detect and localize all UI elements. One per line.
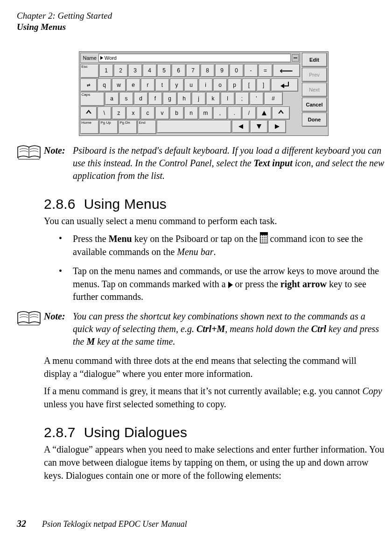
section-label: Using Menus: [17, 21, 390, 33]
list-item: Press the Menu key on the Psiboard or ta…: [59, 232, 390, 258]
key[interactable]: 4: [143, 64, 157, 77]
key[interactable]: \: [98, 106, 112, 120]
key-end[interactable]: End: [138, 120, 156, 134]
key[interactable]: n: [184, 106, 198, 120]
key[interactable]: g: [163, 92, 177, 105]
arrow-left-icon: [238, 124, 243, 129]
key[interactable]: [: [242, 78, 256, 92]
key-backspace[interactable]: ⟵: [273, 64, 300, 77]
key[interactable]: s: [119, 92, 133, 105]
name-value: Word: [105, 55, 117, 61]
key[interactable]: x: [126, 106, 140, 120]
key[interactable]: 8: [201, 64, 215, 77]
key-up[interactable]: [257, 106, 272, 120]
key-caps[interactable]: Caps: [80, 92, 105, 106]
key[interactable]: m: [199, 106, 213, 120]
list-item: Tap on the menu names and commands, or u…: [59, 265, 390, 304]
key[interactable]: ': [250, 92, 264, 105]
key-enter[interactable]: [271, 78, 298, 92]
key[interactable]: p: [228, 78, 242, 92]
key[interactable]: 1: [99, 64, 113, 77]
key[interactable]: #: [264, 92, 283, 105]
key-esc[interactable]: Esc: [80, 64, 99, 78]
key-home[interactable]: Home: [80, 120, 99, 134]
key-pgdn[interactable]: Pg Dn: [119, 120, 137, 134]
shift-icon: [85, 110, 92, 116]
key-shift-left[interactable]: [80, 106, 97, 120]
drag-handle-icon[interactable]: [292, 54, 299, 62]
key-space[interactable]: [157, 120, 231, 133]
key[interactable]: y: [170, 78, 184, 92]
key[interactable]: 9: [215, 64, 229, 77]
key[interactable]: d: [134, 92, 148, 105]
book-icon: [17, 310, 44, 348]
key[interactable]: i: [199, 78, 213, 92]
heading-number: 2.8.7: [44, 425, 76, 440]
key[interactable]: 7: [186, 64, 200, 77]
heading-286: 2.8.6 Using Menus: [44, 196, 390, 212]
name-input[interactable]: Word: [98, 54, 291, 62]
key[interactable]: -: [244, 64, 258, 77]
paragraph: If a menu command is grey, it means that…: [44, 385, 385, 411]
key[interactable]: j: [192, 92, 206, 105]
paragraph: A menu command with three dots at the en…: [44, 354, 385, 380]
key[interactable]: t: [155, 78, 169, 92]
heading-287: 2.8.7 Using Dialogues: [44, 425, 390, 440]
heading-title: Using Menus: [84, 196, 167, 212]
key[interactable]: e: [126, 78, 140, 92]
psiboard-figure: Name Word Esc 1 2 3 4 5 6: [17, 51, 390, 136]
arrow-up-icon: [262, 111, 266, 115]
key[interactable]: u: [184, 78, 198, 92]
shift-icon: [278, 110, 284, 116]
key[interactable]: z: [112, 106, 126, 120]
key-pgup[interactable]: Pg Up: [99, 120, 118, 134]
key[interactable]: h: [177, 92, 191, 105]
key-left[interactable]: [232, 120, 250, 133]
next-button[interactable]: Next: [302, 83, 327, 97]
key-shift-right[interactable]: [272, 106, 290, 120]
key[interactable]: 5: [157, 64, 171, 77]
heading-title: Using Dialogues: [84, 425, 187, 440]
key[interactable]: f: [148, 92, 162, 105]
key[interactable]: k: [206, 92, 220, 105]
caret-icon: [100, 56, 103, 60]
key[interactable]: .: [228, 106, 242, 120]
key[interactable]: b: [170, 106, 184, 120]
key[interactable]: c: [141, 106, 155, 120]
key-down[interactable]: [250, 120, 268, 133]
book-icon: [17, 144, 44, 182]
key[interactable]: 6: [172, 64, 186, 77]
cancel-button[interactable]: Cancel: [302, 98, 327, 112]
key[interactable]: 2: [114, 64, 128, 77]
key[interactable]: l: [221, 92, 235, 105]
note-body: You can press the shortcut key combinati…: [73, 310, 387, 348]
key[interactable]: o: [213, 78, 227, 92]
running-header: Chapter 2: Getting Started Using Menus: [17, 10, 390, 33]
key[interactable]: /: [242, 106, 256, 120]
book-title: Psion Teklogix netpad EPOC User Manual: [42, 519, 187, 529]
key[interactable]: 3: [128, 64, 142, 77]
key[interactable]: ,: [213, 106, 227, 120]
done-button[interactable]: Done: [302, 113, 327, 127]
edit-button[interactable]: Edit: [302, 53, 327, 67]
key[interactable]: w: [112, 78, 126, 92]
key[interactable]: ]: [257, 78, 271, 92]
backspace-arrow-icon: ⟵: [280, 65, 293, 76]
key[interactable]: q: [98, 78, 112, 92]
paragraph: You can usually select a menu command to…: [44, 215, 385, 228]
page-number: 32: [17, 518, 26, 529]
key[interactable]: =: [259, 64, 273, 77]
key-tab[interactable]: ⇄: [80, 78, 97, 92]
name-label: Name: [83, 55, 97, 61]
key-right[interactable]: [268, 120, 286, 133]
key[interactable]: ;: [235, 92, 249, 105]
note-1: Note: Psiboard is the netpad's default k…: [17, 144, 390, 182]
key[interactable]: r: [141, 78, 155, 92]
note-label: Note:: [44, 310, 73, 348]
arrow-right-icon: [275, 124, 280, 129]
prev-button[interactable]: Prev: [302, 68, 327, 82]
enter-icon: [280, 82, 289, 88]
key[interactable]: a: [105, 92, 119, 105]
key[interactable]: 0: [230, 64, 244, 77]
key[interactable]: v: [155, 106, 169, 120]
